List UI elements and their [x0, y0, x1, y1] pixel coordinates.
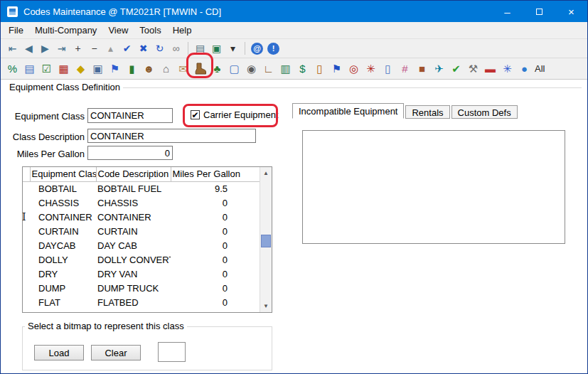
- invoice-icon[interactable]: ▯: [312, 61, 327, 76]
- page-title: Equipment Class Definition: [6, 82, 123, 92]
- company-icon[interactable]: ⌂: [159, 61, 173, 76]
- table-cell: DOLLY CONVERT: [96, 252, 171, 267]
- window-controls: – ×: [491, 1, 587, 22]
- miles-per-gallon-input[interactable]: [87, 146, 173, 160]
- table-cell: 9.5: [171, 181, 260, 196]
- table-row[interactable]: FLATFLATBED0: [23, 295, 260, 309]
- load-button[interactable]: Load: [34, 345, 84, 360]
- table-cell: 0: [171, 295, 260, 309]
- incompatible-equipment-list[interactable]: [302, 130, 565, 244]
- plant-icon[interactable]: ♣: [210, 61, 225, 76]
- cancel-icon[interactable]: ✖: [136, 41, 151, 56]
- camera-icon[interactable]: ◉: [244, 61, 259, 76]
- table-row[interactable]: CURTAINCURTAIN0: [23, 224, 260, 238]
- equipment-icon[interactable]: ▮: [124, 61, 139, 76]
- shield-icon[interactable]: ◆: [73, 61, 88, 76]
- table-row[interactable]: BOBTAILBOBTAIL FUEL9.5: [23, 181, 260, 196]
- close-button[interactable]: ×: [555, 1, 587, 22]
- jet-icon[interactable]: ✈: [432, 61, 447, 76]
- table-row[interactable]: DRYDRY VAN0: [23, 267, 260, 281]
- menu-bar: FileMulti-CompanyViewToolsHelp: [1, 22, 587, 38]
- web-icon[interactable]: @: [251, 43, 263, 55]
- globe-icon[interactable]: ●: [517, 61, 532, 76]
- menu-item-multi-company[interactable]: Multi-Company: [29, 23, 102, 38]
- all-filter-label[interactable]: All: [535, 63, 545, 74]
- grid-scrollbar[interactable]: ▲ ▼: [260, 167, 272, 312]
- row-selector: [23, 181, 30, 196]
- mail-icon[interactable]: ✉: [176, 61, 191, 76]
- bitmap-preview-box: [158, 342, 186, 362]
- previous-record-icon[interactable]: ◀: [21, 41, 36, 56]
- target-icon[interactable]: ◎: [346, 61, 361, 76]
- carrier-equipment-field[interactable]: ✔ Carrier Equipment: [191, 109, 279, 120]
- menu-item-view[interactable]: View: [102, 23, 134, 38]
- screens-icon[interactable]: ▣: [209, 41, 224, 56]
- scroll-thumb[interactable]: [261, 235, 271, 247]
- tools-icon[interactable]: ⚒: [466, 61, 481, 76]
- table-cell: CONTAINER: [30, 210, 96, 224]
- maximize-button[interactable]: [523, 1, 555, 22]
- tab-custom-defs[interactable]: Custom Defs: [451, 105, 518, 119]
- checklist-icon[interactable]: ☑: [39, 61, 54, 76]
- toolbar-codes: %▤☑▦◆▣⚑▮☻⌂✉♣▢◉∟▥$▯⚑◎✳▯#■✈✔⚒▬✳● All: [1, 58, 587, 80]
- menu-item-tools[interactable]: Tools: [134, 23, 166, 38]
- table-row[interactable]: CONTAINERCONTAINER0: [23, 210, 260, 224]
- table-row[interactable]: DUMPDUMP TRUCK0: [23, 281, 260, 295]
- carrier-equipment-checkbox[interactable]: ✔: [191, 110, 200, 119]
- carrier-equipment-label: Carrier Equipment: [203, 109, 279, 120]
- scroll-down-icon[interactable]: ▼: [260, 301, 272, 311]
- approve-icon[interactable]: ✔: [449, 61, 464, 76]
- equipment-class-grid[interactable]: Equipment ClassCode DescriptionMiles Per…: [22, 166, 272, 313]
- table-cell: CONTAINER: [96, 210, 171, 224]
- table-row[interactable]: DAYCABDAY CAB0: [23, 238, 260, 252]
- refresh-icon[interactable]: ↻: [152, 41, 167, 56]
- money-icon[interactable]: $: [295, 61, 310, 76]
- class-description-input[interactable]: [87, 129, 256, 143]
- codes-list-icon[interactable]: ▤: [22, 61, 37, 76]
- bitmap-group-title: Select a bitmap to represent this class: [25, 321, 187, 331]
- box-icon[interactable]: ■: [415, 61, 429, 76]
- insert-icon[interactable]: ▴: [103, 41, 118, 56]
- save-icon[interactable]: ✔: [119, 41, 134, 56]
- table-row[interactable]: DOLLYDOLLY CONVERT0: [23, 252, 260, 267]
- remove-record-icon[interactable]: −: [87, 41, 102, 56]
- ledger-icon[interactable]: ▥: [278, 61, 293, 76]
- spur-icon[interactable]: ✳: [363, 61, 378, 76]
- add-record-icon[interactable]: +: [70, 41, 85, 56]
- asterisk-icon[interactable]: ✳: [500, 61, 515, 76]
- driver-icon[interactable]: ☻: [141, 61, 156, 76]
- table-cell: BOBTAIL FUEL: [96, 181, 171, 196]
- percent-icon[interactable]: %: [5, 61, 20, 76]
- copy-icon[interactable]: ▣: [90, 61, 105, 76]
- equipment-class-table: Equipment ClassCode DescriptionMiles Per…: [23, 167, 260, 309]
- window-icon[interactable]: ▢: [227, 61, 242, 76]
- flag-icon[interactable]: ⚑: [107, 61, 122, 76]
- flag-blue-icon[interactable]: ⚑: [329, 61, 344, 76]
- first-record-icon[interactable]: ⇤: [5, 41, 20, 56]
- minimize-button[interactable]: –: [491, 1, 523, 22]
- window-title: Codes Maintenance @ TM2021R [TMWIN - CD]: [23, 6, 221, 17]
- tab-rentals[interactable]: Rentals: [405, 105, 449, 119]
- print-icon[interactable]: ▤: [193, 41, 208, 56]
- last-record-icon[interactable]: ⇥: [54, 41, 69, 56]
- info-icon[interactable]: !: [267, 43, 279, 55]
- shoes-icon[interactable]: ∟: [261, 61, 276, 76]
- toolbar-main: ⇤◀▶⇥+−▴✔✖↻∞▤▣▾@!: [1, 38, 587, 58]
- menu-item-file[interactable]: File: [3, 23, 29, 38]
- chart-icon[interactable]: ▦: [56, 61, 71, 76]
- table-row[interactable]: CHASSISCHASSIS0: [23, 196, 260, 210]
- boot-icon[interactable]: [193, 61, 208, 76]
- link-icon[interactable]: ∞: [169, 41, 183, 56]
- abacus-icon[interactable]: #: [397, 61, 412, 76]
- equipment-class-input[interactable]: [87, 108, 173, 123]
- grid-column-header-miles-per-gallon: Miles Per Gallon: [171, 167, 260, 181]
- car-icon[interactable]: ▬: [483, 61, 498, 76]
- clear-button[interactable]: Clear: [91, 345, 141, 360]
- screens-dropdown-icon[interactable]: ▾: [225, 41, 240, 56]
- next-record-icon[interactable]: ▶: [38, 41, 53, 56]
- table-cell: FLATBED: [96, 295, 171, 309]
- scroll-up-icon[interactable]: ▲: [260, 168, 272, 178]
- tab-incompatible-equipment[interactable]: Incompatible Equipment: [292, 103, 404, 119]
- document-icon[interactable]: ▯: [380, 61, 395, 76]
- menu-item-help[interactable]: Help: [167, 23, 198, 38]
